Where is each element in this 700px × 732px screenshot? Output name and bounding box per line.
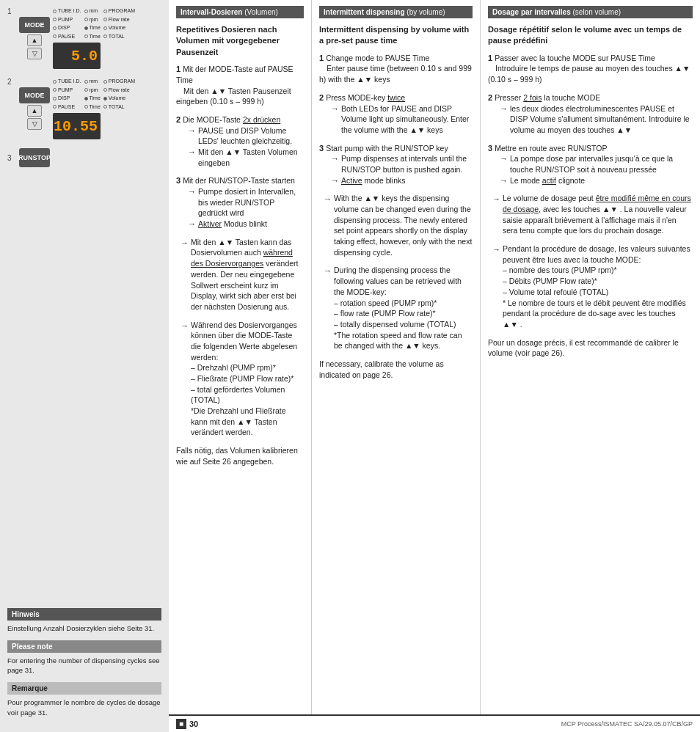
- dot: [84, 18, 88, 21]
- french-title: Dosage répétitif selon le volume avec un…: [488, 24, 693, 47]
- english-column: Intermittent dispensing (by volume) Inte…: [312, 0, 481, 714]
- dot: [103, 10, 107, 13]
- german-step-3: 3 Mit der RUN/STOP-Taste starten → Pumpe…: [176, 175, 304, 229]
- english-step-1: 1 Change mode to PAUSE Time Enter pause …: [319, 53, 473, 85]
- page: 1 MODE ▲ ▽ TUBE: [0, 0, 700, 732]
- dot-filled: [84, 26, 88, 30]
- display-2: 10.55: [53, 113, 101, 139]
- english-title: Intermittent dispensing by volume with a…: [319, 24, 473, 47]
- german-extra3: Falls nötig, das Volumen kalibrieren wie…: [176, 445, 304, 466]
- mode-button-1[interactable]: MODE: [19, 17, 50, 33]
- french-step-3: 3 Mettre en route avec RUN/STOP → La pom…: [488, 143, 693, 186]
- dot: [53, 97, 56, 100]
- german-extra2: → Während des Dosiervorganges können übe…: [176, 320, 304, 439]
- dot: [53, 26, 56, 30]
- french-extra2: → Pendant la procédure de dosage, les va…: [488, 244, 693, 330]
- dot: [103, 34, 107, 38]
- german-extra1: → Mit den ▲▼ Tasten kann das Dosiervolum…: [176, 237, 304, 312]
- arrows-2: ▲ ▽: [27, 105, 42, 130]
- dot: [53, 80, 56, 84]
- mode-button-2[interactable]: MODE: [19, 87, 50, 103]
- french-header: Dosage par intervalles (selon volume): [488, 6, 693, 18]
- dot-filled: [103, 97, 107, 100]
- up-arrow-2[interactable]: ▲: [27, 105, 42, 117]
- dot: [53, 105, 56, 109]
- columns-area: Intervall-Dosieren (Volumen) Repetitives…: [169, 0, 700, 714]
- dot-filled: [84, 97, 88, 100]
- german-header: Intervall-Dosieren (Volumen): [176, 6, 304, 18]
- french-extra3: Pour un dosage précis, il est recommandé…: [488, 337, 693, 359]
- arrows-1: ▲ ▽: [27, 34, 42, 59]
- french-step-2: 2 Presser 2 fois la touche MODE → les de…: [488, 92, 693, 136]
- french-step-1: 1 Passer avec la touche MODE sur PAUSE T…: [488, 53, 693, 85]
- english-step-2: 2 Press MODE-key twice → Both LEDs for P…: [319, 92, 473, 136]
- dot: [53, 10, 56, 13]
- please-note-content: For entering the number of dispensing cy…: [7, 656, 161, 676]
- remarque-content: Pour programmer le nombre de cycles de d…: [7, 698, 161, 717]
- dot: [84, 88, 88, 92]
- brand-text: MCP Process/ISMATEC SA/29.05.07/CB/GP: [561, 720, 693, 728]
- up-arrow-1[interactable]: ▲: [27, 34, 42, 46]
- english-step-3: 3 Start pump with the RUN/STOP key → Pum…: [319, 143, 473, 186]
- dot: [53, 18, 56, 21]
- german-step-2: 2 Die MODE-Taste 2x drücken → PAUSE und …: [176, 114, 304, 168]
- german-title: Repetitives Dosieren nach Volumen mit vo…: [176, 24, 304, 58]
- pump-diagram: 1 MODE ▲ ▽ TUBE: [7, 7, 161, 601]
- dot: [103, 88, 107, 92]
- main-content: Intervall-Dosieren (Volumen) Repetitives…: [169, 0, 700, 732]
- hinweis-header: Hinweis: [7, 608, 161, 621]
- german-step-1: 1 Mit der MODE-Taste auf PAUSE Time Mit …: [176, 64, 304, 107]
- hinweis-content: Einstellung Anzahl Dosierzyklen siehe Se…: [7, 623, 161, 633]
- english-extra1: → With the ▲▼ keys the dispensing volume…: [319, 193, 473, 257]
- dot: [103, 26, 107, 30]
- down-arrow-2[interactable]: ▽: [27, 118, 42, 130]
- german-column: Intervall-Dosieren (Volumen) Repetitives…: [169, 0, 312, 714]
- dot: [103, 105, 107, 109]
- french-extra1: → Le volume de dosage peut être modifié …: [488, 193, 693, 236]
- english-extra2: → During the dispensing process the foll…: [319, 265, 473, 351]
- down-arrow-1[interactable]: ▽: [27, 48, 42, 59]
- remarque-header: Remarque: [7, 682, 161, 695]
- run-stop-button[interactable]: RUN STOP: [19, 148, 50, 167]
- row-number-3: 3: [7, 154, 15, 162]
- row-number-2: 2: [7, 78, 15, 86]
- english-extra3: If necessary, calibrate the volume as in…: [319, 359, 473, 380]
- dot: [84, 10, 88, 13]
- please-note-header: Please note: [7, 640, 161, 653]
- french-column: Dosage par intervalles (selon volume) Do…: [481, 0, 700, 714]
- page-number: 30: [189, 720, 198, 728]
- row-number-1: 1: [7, 7, 15, 15]
- dot: [53, 88, 56, 92]
- display-1: 5.0: [53, 43, 101, 69]
- page-square: ■: [176, 719, 186, 729]
- english-header: Intermittent dispensing (by volume): [319, 6, 473, 18]
- dot: [53, 34, 56, 38]
- dot: [84, 34, 88, 38]
- footer: ■ 30 MCP Process/ISMATEC SA/29.05.07/CB/…: [169, 714, 700, 732]
- dot: [103, 80, 107, 84]
- dot: [84, 80, 88, 84]
- left-column: 1 MODE ▲ ▽ TUBE: [0, 0, 169, 732]
- dot: [84, 105, 88, 109]
- dot: [103, 18, 107, 21]
